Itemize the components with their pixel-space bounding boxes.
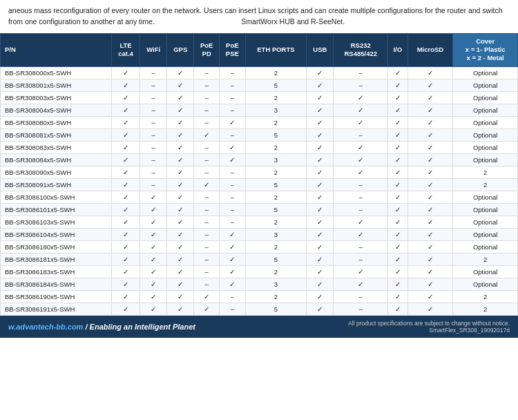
cell-poe_pse: –	[220, 191, 246, 203]
cell-usb: ✓	[307, 79, 334, 91]
cell-poe_pse: –	[220, 128, 246, 141]
table-header-row: P/N LTEcat.4 WiFi GPS PoEPD PoEPSE ETH P…	[1, 33, 518, 66]
cell-wifi: ✓	[140, 303, 167, 315]
cell-usb: ✓	[307, 116, 334, 128]
cell-lte: ✓	[111, 166, 140, 178]
cell-cover: Optional	[453, 240, 518, 253]
cell-usb: ✓	[307, 278, 334, 290]
cell-wifi: –	[140, 128, 167, 141]
table-row: BB-SR308091x5-SWH✓–✓✓–5✓–✓✓2	[1, 178, 518, 191]
cell-microsd: ✓	[407, 166, 453, 178]
cell-poe_pd: –	[194, 240, 220, 253]
cell-poe_pse: ✓	[220, 278, 246, 290]
table-row: BB-SR308000x5-SWH✓–✓––2✓–✓✓Optional	[1, 66, 518, 79]
cell-cover: 2	[453, 290, 518, 303]
cell-cover: Optional	[453, 203, 518, 216]
cell-poe_pse: –	[220, 66, 246, 79]
cell-poe_pd: –	[194, 79, 220, 91]
cell-lte: ✓	[111, 228, 140, 240]
cell-io: ✓	[388, 191, 407, 203]
cell-usb: ✓	[307, 104, 334, 116]
cell-poe_pd: ✓	[194, 128, 220, 141]
cell-poe_pse: –	[220, 290, 246, 303]
cell-wifi: ✓	[140, 278, 167, 290]
cell-microsd: ✓	[407, 228, 453, 240]
cell-eth: 2	[245, 66, 307, 79]
product-table: P/N LTEcat.4 WiFi GPS PoEPD PoEPSE ETH P…	[0, 33, 518, 316]
cell-pn: BB-SR3086180x5-SWH	[1, 240, 112, 253]
table-row: BB-SR3086104x5-SWH✓✓✓–✓3✓✓✓✓Optional	[1, 228, 518, 240]
cell-eth: 2	[245, 116, 307, 128]
cell-pn: BB-SR3086184x5-SWH	[1, 278, 112, 290]
cell-rs232: –	[334, 66, 388, 79]
cell-poe_pd: –	[194, 203, 220, 216]
cell-eth: 2	[245, 290, 307, 303]
cell-wifi: ✓	[140, 253, 167, 265]
cell-poe_pse: ✓	[220, 116, 246, 128]
table-row: BB-SR308004x5-SWH✓–✓––3✓✓✓✓Optional	[1, 104, 518, 116]
cell-gps: ✓	[167, 191, 194, 203]
cell-poe_pse: –	[220, 79, 246, 91]
table-row: BB-SR308081x5-SWH✓–✓✓–5✓–✓✓Optional	[1, 128, 518, 141]
cell-rs232: ✓	[334, 265, 388, 278]
cell-poe_pse: –	[220, 178, 246, 191]
cell-eth: 2	[245, 166, 307, 178]
table-row: BB-SR3086103x5-SWH✓✓✓––2✓✓✓✓Optional	[1, 216, 518, 228]
cell-io: ✓	[388, 240, 407, 253]
cell-eth: 5	[245, 79, 307, 91]
table-row: BB-SR308080x5-SWH✓–✓–✓2✓✓✓✓Optional	[1, 116, 518, 128]
cell-io: ✓	[388, 265, 407, 278]
cell-usb: ✓	[307, 303, 334, 315]
cell-cover: Optional	[453, 91, 518, 104]
cell-rs232: ✓	[334, 278, 388, 290]
cell-microsd: ✓	[407, 303, 453, 315]
cell-lte: ✓	[111, 265, 140, 278]
table-row: BB-SR3086190x5-SWH✓✓✓✓–2✓–✓✓2	[1, 290, 518, 303]
table-row: BB-SR308090x5-SWH✓–✓––2✓✓✓✓2	[1, 166, 518, 178]
cell-poe_pse: –	[220, 203, 246, 216]
cell-gps: ✓	[167, 104, 194, 116]
cell-poe_pd: ✓	[194, 178, 220, 191]
cell-gps: ✓	[167, 216, 194, 228]
cell-usb: ✓	[307, 216, 334, 228]
cell-io: ✓	[388, 278, 407, 290]
col-header-io: I/O	[388, 33, 407, 66]
cell-gps: ✓	[167, 116, 194, 128]
cell-microsd: ✓	[407, 278, 453, 290]
cell-poe_pd: –	[194, 278, 220, 290]
cell-eth: 5	[245, 253, 307, 265]
cell-eth: 2	[245, 240, 307, 253]
cell-lte: ✓	[111, 240, 140, 253]
col-header-usb: USB	[307, 33, 334, 66]
cell-poe_pse: –	[220, 166, 246, 178]
cell-io: ✓	[388, 79, 407, 91]
cell-wifi: ✓	[140, 228, 167, 240]
cell-io: ✓	[388, 128, 407, 141]
cell-microsd: ✓	[407, 203, 453, 216]
col-header-microsd: MicroSD	[407, 33, 453, 66]
cell-cover: 2	[453, 178, 518, 191]
cell-rs232: ✓	[334, 228, 388, 240]
cell-eth: 3	[245, 228, 307, 240]
cell-microsd: ✓	[407, 153, 453, 166]
col-header-poe-pd: PoEPD	[194, 33, 220, 66]
cell-gps: ✓	[167, 278, 194, 290]
cell-cover: 2	[453, 166, 518, 178]
cell-wifi: –	[140, 66, 167, 79]
cell-io: ✓	[388, 91, 407, 104]
col-header-eth: ETH PORTS	[245, 33, 307, 66]
footer: w.advantech-bb.com / Enabling an Intelli…	[0, 316, 518, 338]
cell-poe_pse: ✓	[220, 153, 246, 166]
cell-usb: ✓	[307, 166, 334, 178]
cell-usb: ✓	[307, 240, 334, 253]
cell-wifi: ✓	[140, 265, 167, 278]
cell-eth: 3	[245, 153, 307, 166]
cell-lte: ✓	[111, 253, 140, 265]
cell-usb: ✓	[307, 265, 334, 278]
cell-poe_pd: –	[194, 66, 220, 79]
cell-eth: 5	[245, 178, 307, 191]
cell-io: ✓	[388, 116, 407, 128]
cell-eth: 3	[245, 104, 307, 116]
cell-io: ✓	[388, 216, 407, 228]
cell-usb: ✓	[307, 290, 334, 303]
